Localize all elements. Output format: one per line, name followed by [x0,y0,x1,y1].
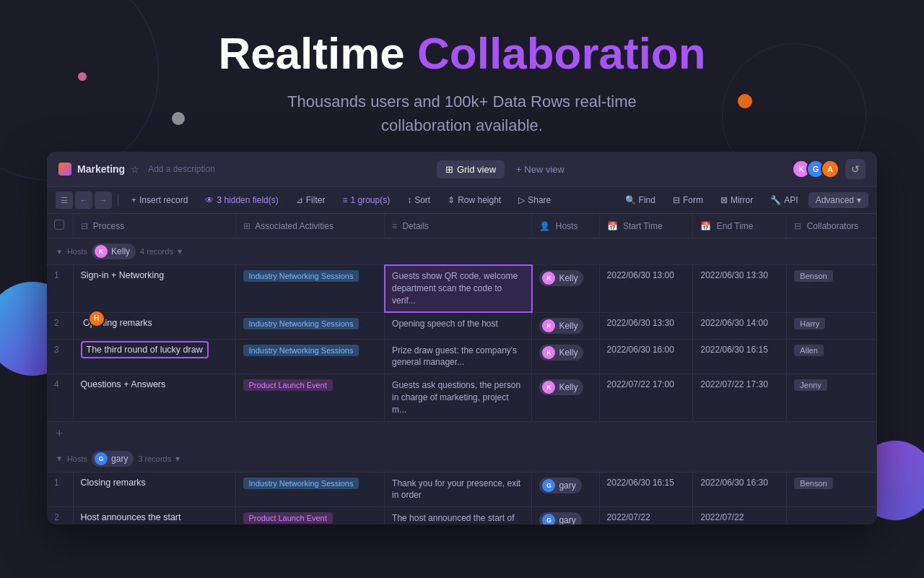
hero-section: Realtime Collaboration Thousands users a… [0,0,924,152]
row-end: 2022/07/22 [693,507,787,525]
row-num: 4 [47,374,73,421]
app-window: Marketing ☆ Add a description ⊞ Grid vie… [47,152,877,525]
share-btn[interactable]: ▷ Share [511,192,558,208]
row-process[interactable]: The third round of lucky draw [73,339,235,374]
find-btn[interactable]: 🔍 Find [618,192,663,208]
details-col-icon: ≡ [392,221,397,231]
row-end: 2022/07/22 17:30 [693,374,787,421]
mirror-btn[interactable]: ⊠ Mirror [713,192,760,208]
form-btn[interactable]: ⊟ Form [666,192,710,208]
table-row[interactable]: 2 Host announces the start Product Launc… [47,507,877,525]
add-row-btn[interactable]: + [47,421,877,446]
row-collaborator: Jenny [787,374,877,421]
row-activity[interactable]: Industry Networking Sessions [235,312,385,339]
row-activity[interactable]: Industry Networking Sessions [235,472,385,507]
group-count-arrow: ▾ [175,454,180,464]
host-chip: K Kelly [539,379,583,395]
nav-forward-btn[interactable]: → [95,191,112,209]
row-start: 2022/06/30 13:00 [599,265,693,312]
row-end: 2022/06/30 13:30 [693,265,787,312]
refresh-button[interactable]: ↺ [845,159,866,179]
row-details[interactable]: Guests show QR code, welcome department … [385,265,532,312]
table-row[interactable]: 1 Sign-in + Networking Industry Networki… [47,265,877,312]
api-icon: 🔧 [770,195,781,205]
share-icon: ▷ [518,195,525,205]
row-height-btn[interactable]: ⇕ Row height [440,192,508,208]
row-collaborator: Benson [787,265,877,312]
row-num: 3 [47,339,73,374]
filter-btn[interactable]: ⊿ Filter [289,192,333,208]
row-process[interactable]: H Opening remarks [73,312,235,339]
row-activity[interactable]: Industry Networking Sessions [235,265,385,312]
row-start: 2022/07/22 17:00 [599,374,693,421]
insert-record-btn[interactable]: + Insert record [124,192,195,208]
activity-badge: Industry Networking Sessions [243,478,359,489]
group-avatar: K [95,245,108,258]
th-process: ⊟ Process [73,214,235,238]
eye-icon: 👁 [205,195,214,205]
nav-menu-btn[interactable]: ☰ [56,191,73,209]
group-header-cell: ▼ Hosts K Kelly 4 records ▾ [47,238,877,265]
api-btn[interactable]: 🔧 API [763,192,805,208]
group-btn[interactable]: ≡ 1 group(s) [335,192,397,208]
row-host[interactable]: K Kelly [532,339,599,374]
group-user-name: Kelly [111,246,130,256]
group-toggle[interactable]: ▼ [56,454,63,462]
row-details[interactable]: Opening speech of the host [385,312,532,339]
group-count: 3 records [138,454,171,463]
host-avatar: G [542,514,555,525]
row-process[interactable]: Questions + Answers [73,374,235,421]
tab-new-view[interactable]: + New view [510,160,570,178]
row-process[interactable]: Closing remarks [73,472,235,507]
host-avatar: G [542,479,555,492]
start-col-icon: 📅 [607,221,618,231]
advanced-btn[interactable]: Advanced ▾ [808,192,868,208]
host-avatar: K [542,381,555,394]
row-host[interactable]: K Kelly [532,374,599,421]
sort-btn[interactable]: ↕ Sort [400,192,437,208]
group-user-chip: G gary [92,451,134,467]
row-host[interactable]: G gary [532,507,599,525]
row-activity[interactable]: Product Launch Event [235,374,385,421]
form-icon: ⊟ [673,195,680,205]
table-row[interactable]: 4 Questions + Answers Product Launch Eve… [47,374,877,421]
tab-grid-view[interactable]: ⊞ Grid view [437,160,505,178]
row-details[interactable]: Thank you for your presence, exit in ord… [385,472,532,507]
select-all-checkbox[interactable] [54,220,64,230]
view-tabs: ⊞ Grid view + New view [437,160,570,178]
table-row[interactable]: 1 Closing remarks Industry Networking Se… [47,472,877,507]
nav-back-btn[interactable]: ← [75,191,92,209]
row-details[interactable]: Prize draw guest: the company's general … [385,339,532,374]
row-collaborator [787,507,877,525]
table-row[interactable]: 3 The third round of lucky draw Industry… [47,339,877,374]
host-name: Kelly [559,273,578,283]
group-header-cell: ▼ Hosts G gary 3 records ▾ [47,446,877,473]
row-activity[interactable]: Product Launch Event [235,507,385,525]
row-process[interactable]: Sign-in + Networking [73,265,235,312]
row-process[interactable]: Host announces the start [73,507,235,525]
grid-view-icon: ⊞ [445,164,453,175]
add-description[interactable]: Add a description [148,164,215,174]
hidden-fields-btn[interactable]: 👁 3 hidden field(s) [198,192,285,208]
th-start-time: 📅 Start Time [599,214,693,238]
group-toggle[interactable]: ▼ [56,248,63,256]
add-row-cell[interactable]: + [47,421,877,446]
workspace-title: Marketing [77,163,125,175]
table-container[interactable]: ⊟ Process ⊞ Associated Activities ≡ Deta… [47,214,877,525]
th-activities: ⊞ Associated Activities [235,214,385,238]
row-start: 2022/07/22 [599,507,693,525]
star-icon[interactable]: ☆ [131,164,139,175]
row-end: 2022/06/30 14:00 [693,312,787,339]
table-row[interactable]: 2 H Opening remarks Industry Networking … [47,312,877,339]
row-host[interactable]: G gary [532,472,599,507]
row-details[interactable]: Guests ask questions, the person in char… [385,374,532,421]
th-hosts: 👤 Hosts [532,214,599,238]
group-count-arrow: ▾ [178,246,182,256]
chevron-down-icon: ▾ [857,195,861,205]
host-name: Kelly [559,321,578,331]
row-details[interactable]: The host announced the start of th... [385,507,532,525]
row-host[interactable]: K Kelly [532,312,599,339]
row-host[interactable]: K Kelly [532,265,599,312]
group-label-text: Hosts [67,454,87,463]
row-activity[interactable]: Industry Networking Sessions [235,339,385,374]
